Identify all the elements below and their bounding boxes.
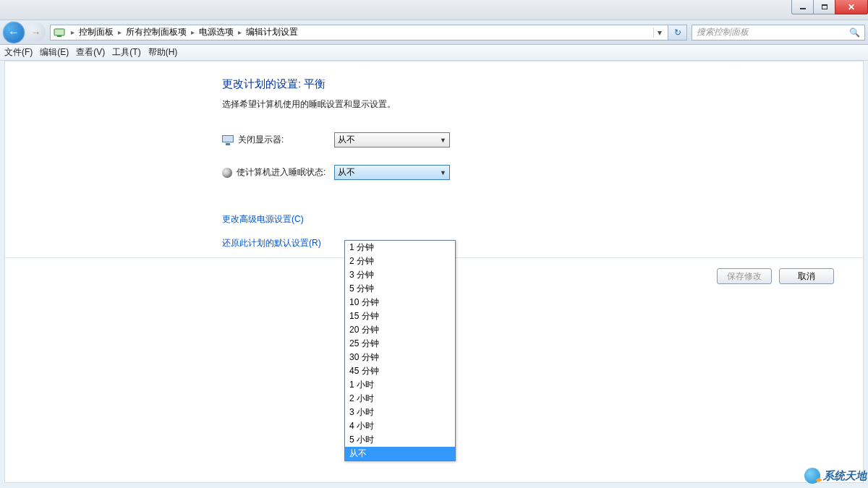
content-panel: 更改计划的设置: 平衡 选择希望计算机使用的睡眠设置和显示设置。 关闭显示器: … <box>4 61 864 483</box>
combo-value: 从不 <box>338 166 355 179</box>
dropdown-option[interactable]: 2 小时 <box>345 392 455 406</box>
dropdown-option[interactable]: 2 分钟 <box>345 254 455 268</box>
search-icon: 🔍 <box>849 27 860 38</box>
menu-view[interactable]: 查看(V) <box>76 46 105 59</box>
links-section: 更改高级电源设置(C) 还原此计划的默认设置(R) <box>222 213 863 249</box>
sleep-combo[interactable]: 从不 ▼ <box>334 165 450 180</box>
label-text: 关闭显示器: <box>238 134 284 146</box>
restore-defaults-link[interactable]: 还原此计划的默认设置(R) <box>222 237 863 249</box>
maximize-icon <box>822 4 827 9</box>
action-buttons: 保存修改 取消 <box>717 268 834 284</box>
dropdown-option[interactable]: 5 小时 <box>345 433 455 447</box>
dropdown-option[interactable]: 1 小时 <box>345 378 455 392</box>
save-button[interactable]: 保存修改 <box>717 268 772 284</box>
turn-off-display-combo[interactable]: 从不 ▼ <box>334 132 450 147</box>
dropdown-option[interactable]: 15 分钟 <box>345 309 455 323</box>
chevron-down-icon: ▼ <box>440 169 446 176</box>
page-title: 更改计划的设置: 平衡 <box>222 77 863 91</box>
sleep-label: 使计算机进入睡眠状态: <box>222 166 334 179</box>
control-panel-icon <box>54 27 65 38</box>
globe-icon <box>804 468 820 484</box>
breadcrumb-item[interactable]: 编辑计划设置 <box>243 26 301 38</box>
minimize-icon <box>800 8 806 9</box>
navigation-bar: ← → ▸ 控制面板 ▸ 所有控制面板项 ▸ 电源选项 ▸ 编辑计划设置 ▾ ↻… <box>0 20 868 45</box>
page-description: 选择希望计算机使用的睡眠设置和显示设置。 <box>222 98 863 111</box>
menu-bar: 文件(F) 编辑(E) 查看(V) 工具(T) 帮助(H) <box>0 45 868 61</box>
chevron-right-icon: ▸ <box>69 28 76 36</box>
minimize-button[interactable] <box>791 0 813 14</box>
cancel-button[interactable]: 取消 <box>779 268 834 284</box>
watermark: 系统天地 <box>804 468 868 484</box>
menu-tools[interactable]: 工具(T) <box>112 46 140 59</box>
breadcrumb-item[interactable]: 控制面板 <box>76 26 116 38</box>
address-bar[interactable]: ▸ 控制面板 ▸ 所有控制面板项 ▸ 电源选项 ▸ 编辑计划设置 ▾ <box>50 25 668 40</box>
svg-rect-0 <box>54 29 64 35</box>
combo-value: 从不 <box>338 134 355 146</box>
breadcrumb-item[interactable]: 所有控制面板项 <box>123 26 190 38</box>
chevron-right-icon: ▸ <box>237 28 243 36</box>
back-button[interactable]: ← <box>3 22 25 43</box>
address-dropdown-button[interactable]: ▾ <box>653 27 665 38</box>
dropdown-option[interactable]: 30 分钟 <box>345 351 455 364</box>
search-placeholder: 搜索控制面板 <box>697 26 849 38</box>
menu-edit[interactable]: 编辑(E) <box>40 46 69 59</box>
search-box[interactable]: 搜索控制面板 🔍 <box>692 25 865 40</box>
sleep-dropdown-list[interactable]: 1 分钟2 分钟3 分钟5 分钟10 分钟15 分钟20 分钟25 分钟30 分… <box>344 240 456 461</box>
dropdown-option[interactable]: 3 小时 <box>345 406 455 419</box>
dropdown-option[interactable]: 20 分钟 <box>345 323 455 337</box>
watermark-text: 系统天地 <box>823 469 867 483</box>
breadcrumb-item[interactable]: 电源选项 <box>196 26 237 38</box>
dropdown-option[interactable]: 4 小时 <box>345 419 455 433</box>
dropdown-option[interactable]: 25 分钟 <box>345 337 455 351</box>
refresh-button[interactable]: ↻ <box>668 25 687 40</box>
refresh-icon: ↻ <box>674 27 681 38</box>
turn-off-display-label: 关闭显示器: <box>222 134 334 146</box>
chevron-down-icon: ▼ <box>440 137 446 144</box>
chevron-right-icon: ▸ <box>190 28 196 36</box>
dropdown-option[interactable]: 10 分钟 <box>345 296 455 309</box>
dropdown-option[interactable]: 从不 <box>345 447 455 461</box>
title-bar: ✕ <box>0 0 868 20</box>
dropdown-option[interactable]: 3 分钟 <box>345 268 455 282</box>
close-icon: ✕ <box>848 2 855 12</box>
chevron-down-icon: ▾ <box>658 27 662 38</box>
moon-icon <box>222 168 232 178</box>
menu-file[interactable]: 文件(F) <box>4 46 33 59</box>
menu-help[interactable]: 帮助(H) <box>148 46 178 59</box>
dropdown-option[interactable]: 45 分钟 <box>345 364 455 378</box>
close-button[interactable]: ✕ <box>835 0 868 14</box>
arrow-right-icon: → <box>31 27 41 38</box>
advanced-settings-link[interactable]: 更改高级电源设置(C) <box>222 213 863 226</box>
svg-rect-1 <box>57 35 61 37</box>
label-text: 使计算机进入睡眠状态: <box>237 166 326 179</box>
chevron-right-icon: ▸ <box>116 28 123 36</box>
forward-button[interactable]: → <box>26 22 46 42</box>
monitor-icon <box>222 135 234 145</box>
dropdown-option[interactable]: 5 分钟 <box>345 282 455 296</box>
breadcrumb: ▸ 控制面板 ▸ 所有控制面板项 ▸ 电源选项 ▸ 编辑计划设置 <box>69 26 650 38</box>
arrow-left-icon: ← <box>8 26 20 39</box>
dropdown-option[interactable]: 1 分钟 <box>345 241 455 254</box>
window-controls: ✕ <box>791 0 868 14</box>
maximize-button[interactable] <box>813 0 835 14</box>
settings-grid: 关闭显示器: 从不 ▼ 使计算机进入睡眠状态: 从不 ▼ <box>222 132 863 180</box>
